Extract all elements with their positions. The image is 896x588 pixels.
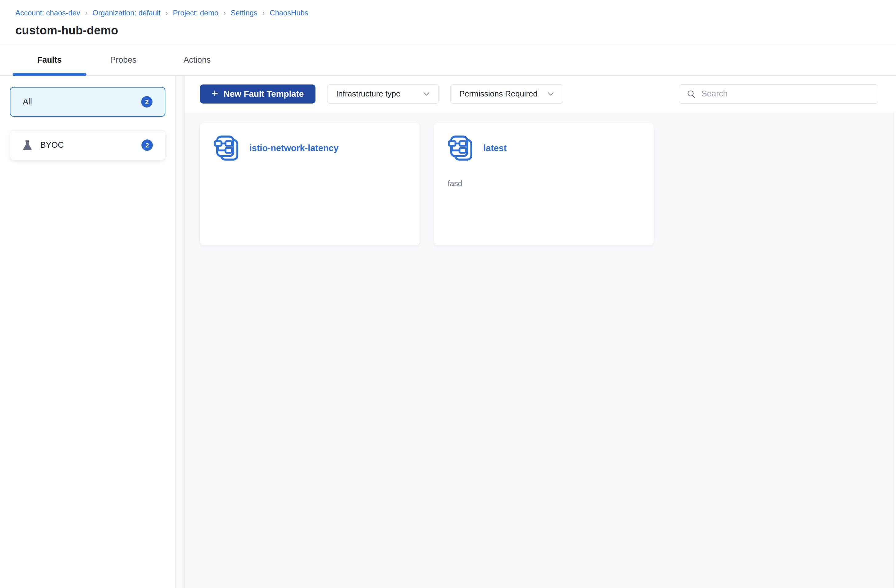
new-fault-template-button[interactable]: + New Fault Template: [200, 85, 315, 103]
chevron-down-icon: [423, 92, 430, 96]
card-header: latest: [448, 134, 640, 162]
breadcrumb-account-link[interactable]: Account: chaos-dev: [15, 9, 80, 17]
page-header: Account: chaos-dev › Organization: defau…: [0, 0, 896, 45]
infrastructure-type-dropdown[interactable]: Infrastructure type: [327, 85, 439, 103]
page-title: custom-hub-demo: [15, 24, 881, 37]
count-badge: 2: [141, 96, 152, 108]
fault-template-title[interactable]: istio-network-latency: [249, 143, 338, 153]
toolbar: + New Fault Template Infrastructure type…: [184, 76, 896, 112]
main-panel: + New Fault Template Infrastructure type…: [184, 76, 896, 588]
fault-template-description: fasd: [448, 179, 640, 188]
breadcrumb-project-link[interactable]: Project: demo: [173, 9, 218, 17]
count-badge: 2: [142, 140, 153, 151]
chaoshub-page: Account: chaos-dev › Organization: defau…: [0, 0, 896, 588]
chevron-down-icon: [547, 92, 554, 96]
plus-icon: +: [212, 88, 218, 99]
splitter-gutter[interactable]: [175, 76, 184, 588]
flask-icon: [23, 140, 32, 150]
fault-template-description: [214, 179, 406, 188]
sidebar-item-label: BYOC: [40, 140, 64, 150]
scroll-track[interactable]: [893, 112, 896, 588]
breadcrumb-separator: ›: [262, 9, 265, 17]
breadcrumb-organization-link[interactable]: Organization: default: [93, 9, 160, 17]
breadcrumb-separator: ›: [85, 9, 88, 17]
search-box: [679, 85, 878, 103]
tab-probes[interactable]: Probes: [87, 45, 160, 75]
fault-template-icon: [448, 134, 475, 162]
fault-templates-panel: istio-network-latency: [184, 112, 896, 588]
search-input[interactable]: [701, 89, 870, 99]
fault-template-icon: [214, 134, 241, 162]
tab-faults[interactable]: Faults: [12, 45, 87, 75]
breadcrumb-separator: ›: [223, 9, 226, 17]
permissions-required-dropdown[interactable]: Permissions Required: [451, 85, 563, 103]
sidebar-item-byoc[interactable]: BYOC 2: [10, 130, 165, 160]
tab-bar: Faults Probes Actions: [0, 45, 896, 76]
sidebar-item-all[interactable]: All 2: [10, 87, 165, 117]
breadcrumb-separator: ›: [165, 9, 168, 17]
search-icon: [687, 90, 696, 99]
fault-template-grid: istio-network-latency: [200, 123, 878, 245]
card-header: istio-network-latency: [214, 134, 406, 162]
breadcrumb: Account: chaos-dev › Organization: defau…: [15, 9, 881, 17]
dropdown-label: Permissions Required: [459, 89, 538, 99]
fault-template-card-istio-network-latency[interactable]: istio-network-latency: [200, 123, 420, 245]
tab-actions[interactable]: Actions: [160, 45, 234, 75]
new-fault-template-label: New Fault Template: [224, 89, 304, 99]
content-area: All 2 BYOC 2 + New Fault Templa: [0, 76, 896, 588]
fault-template-title[interactable]: latest: [483, 143, 507, 153]
breadcrumb-chaoshubs-link[interactable]: ChaosHubs: [270, 9, 308, 17]
breadcrumb-settings-link[interactable]: Settings: [231, 9, 258, 17]
fault-template-card-latest[interactable]: latest fasd: [434, 123, 654, 245]
category-sidebar: All 2 BYOC 2: [0, 76, 175, 588]
dropdown-label: Infrastructure type: [336, 89, 401, 99]
sidebar-item-label: All: [23, 97, 32, 106]
